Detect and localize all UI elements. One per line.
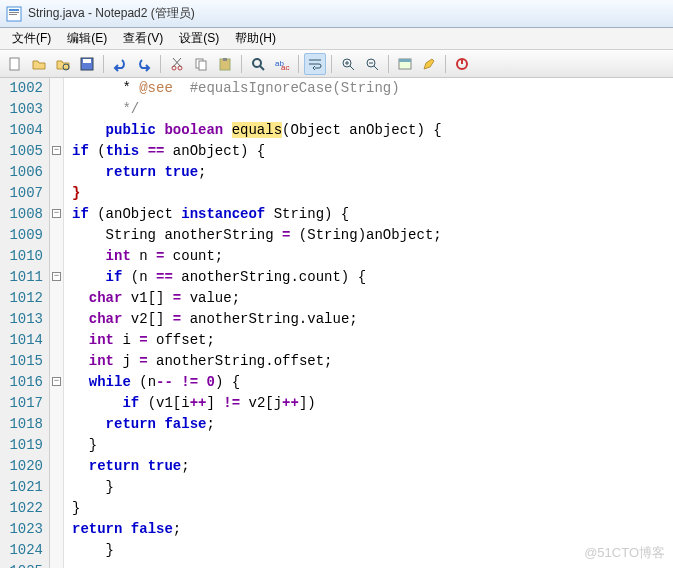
line-number: 1008 bbox=[0, 204, 43, 225]
browse-icon[interactable] bbox=[52, 53, 74, 75]
line-number: 1024 bbox=[0, 540, 43, 561]
line-number: 1002 bbox=[0, 78, 43, 99]
paste-icon[interactable] bbox=[214, 53, 236, 75]
line-number: 1020 bbox=[0, 456, 43, 477]
menu-settings[interactable]: 设置(S) bbox=[171, 28, 227, 49]
code-line[interactable]: char v1[] = value; bbox=[72, 288, 673, 309]
code-line[interactable]: int j = anotherString.offset; bbox=[72, 351, 673, 372]
code-line[interactable]: */ bbox=[72, 99, 673, 120]
customize-icon[interactable] bbox=[418, 53, 440, 75]
line-number: 1013 bbox=[0, 309, 43, 330]
separator bbox=[445, 55, 446, 73]
code-line[interactable]: if (v1[i++] != v2[j++]) bbox=[72, 393, 673, 414]
code-line[interactable]: if (anObject instanceof String) { bbox=[72, 204, 673, 225]
code-area[interactable]: * @see #equalsIgnoreCase(String) */ publ… bbox=[64, 78, 673, 568]
line-number: 1009 bbox=[0, 225, 43, 246]
line-number: 1021 bbox=[0, 477, 43, 498]
menu-file[interactable]: 文件(F) bbox=[4, 28, 59, 49]
line-number: 1011 bbox=[0, 267, 43, 288]
toolbar: abac bbox=[0, 50, 673, 78]
line-number: 1018 bbox=[0, 414, 43, 435]
svg-rect-11 bbox=[199, 61, 206, 70]
separator bbox=[103, 55, 104, 73]
line-number: 1016 bbox=[0, 372, 43, 393]
line-number: 1022 bbox=[0, 498, 43, 519]
code-line[interactable]: } bbox=[72, 435, 673, 456]
code-line[interactable]: char v2[] = anotherString.value; bbox=[72, 309, 673, 330]
menu-help[interactable]: 帮助(H) bbox=[227, 28, 284, 49]
copy-icon[interactable] bbox=[190, 53, 212, 75]
scheme-icon[interactable] bbox=[394, 53, 416, 75]
fold-toggle-icon[interactable]: − bbox=[52, 272, 61, 281]
zoomout-icon[interactable] bbox=[361, 53, 383, 75]
line-number: 1012 bbox=[0, 288, 43, 309]
code-line[interactable]: return true; bbox=[72, 456, 673, 477]
menu-edit[interactable]: 编辑(E) bbox=[59, 28, 115, 49]
line-number: 1025 bbox=[0, 561, 43, 568]
fold-column: −−−− bbox=[50, 78, 64, 568]
separator bbox=[160, 55, 161, 73]
svg-rect-7 bbox=[83, 59, 91, 63]
cut-icon[interactable] bbox=[166, 53, 188, 75]
line-number: 1006 bbox=[0, 162, 43, 183]
titlebar: String.java - Notepad2 (管理员) bbox=[0, 0, 673, 28]
svg-rect-3 bbox=[9, 14, 17, 15]
code-line[interactable]: } bbox=[72, 477, 673, 498]
code-line[interactable]: if (n == anotherString.count) { bbox=[72, 267, 673, 288]
line-number: 1019 bbox=[0, 435, 43, 456]
code-line[interactable]: String anotherString = (String)anObject; bbox=[72, 225, 673, 246]
find-icon[interactable] bbox=[247, 53, 269, 75]
exit-icon[interactable] bbox=[451, 53, 473, 75]
code-line[interactable]: } bbox=[72, 540, 673, 561]
line-number: 1004 bbox=[0, 120, 43, 141]
line-number: 1007 bbox=[0, 183, 43, 204]
open-icon[interactable] bbox=[28, 53, 50, 75]
line-number: 1014 bbox=[0, 330, 43, 351]
code-line[interactable]: while (n-- != 0) { bbox=[72, 372, 673, 393]
replace-icon[interactable]: abac bbox=[271, 53, 293, 75]
code-line[interactable] bbox=[72, 561, 673, 568]
line-number: 1017 bbox=[0, 393, 43, 414]
svg-rect-4 bbox=[10, 58, 19, 70]
svg-rect-13 bbox=[223, 58, 227, 61]
code-line[interactable]: * @see #equalsIgnoreCase(String) bbox=[72, 78, 673, 99]
undo-icon[interactable] bbox=[109, 53, 131, 75]
fold-toggle-icon[interactable]: − bbox=[52, 209, 61, 218]
editor[interactable]: 1002100310041005100610071008100910101011… bbox=[0, 78, 673, 568]
redo-icon[interactable] bbox=[133, 53, 155, 75]
watermark: @51CTO博客 bbox=[584, 544, 665, 562]
line-number: 1023 bbox=[0, 519, 43, 540]
separator bbox=[388, 55, 389, 73]
code-line[interactable]: } bbox=[72, 498, 673, 519]
code-line[interactable]: } bbox=[72, 183, 673, 204]
code-line[interactable]: return false; bbox=[72, 414, 673, 435]
code-line[interactable]: if (this == anObject) { bbox=[72, 141, 673, 162]
app-icon bbox=[6, 6, 22, 22]
code-line[interactable]: int i = offset; bbox=[72, 330, 673, 351]
line-number: 1003 bbox=[0, 99, 43, 120]
menu-view[interactable]: 查看(V) bbox=[115, 28, 171, 49]
zoomin-icon[interactable] bbox=[337, 53, 359, 75]
svg-rect-20 bbox=[399, 59, 411, 62]
line-number: 1010 bbox=[0, 246, 43, 267]
svg-rect-2 bbox=[9, 12, 19, 13]
svg-point-14 bbox=[253, 59, 261, 67]
svg-rect-1 bbox=[9, 9, 19, 11]
fold-toggle-icon[interactable]: − bbox=[52, 377, 61, 386]
wordwrap-icon[interactable] bbox=[304, 53, 326, 75]
new-icon[interactable] bbox=[4, 53, 26, 75]
line-gutter: 1002100310041005100610071008100910101011… bbox=[0, 78, 50, 568]
separator bbox=[241, 55, 242, 73]
code-line[interactable]: int n = count; bbox=[72, 246, 673, 267]
code-line[interactable]: public boolean equals(Object anObject) { bbox=[72, 120, 673, 141]
code-line[interactable]: return true; bbox=[72, 162, 673, 183]
line-number: 1005 bbox=[0, 141, 43, 162]
window-title: String.java - Notepad2 (管理员) bbox=[28, 5, 195, 22]
separator bbox=[298, 55, 299, 73]
code-line[interactable]: return false; bbox=[72, 519, 673, 540]
svg-text:ac: ac bbox=[281, 63, 289, 72]
fold-toggle-icon[interactable]: − bbox=[52, 146, 61, 155]
separator bbox=[331, 55, 332, 73]
save-icon[interactable] bbox=[76, 53, 98, 75]
line-number: 1015 bbox=[0, 351, 43, 372]
